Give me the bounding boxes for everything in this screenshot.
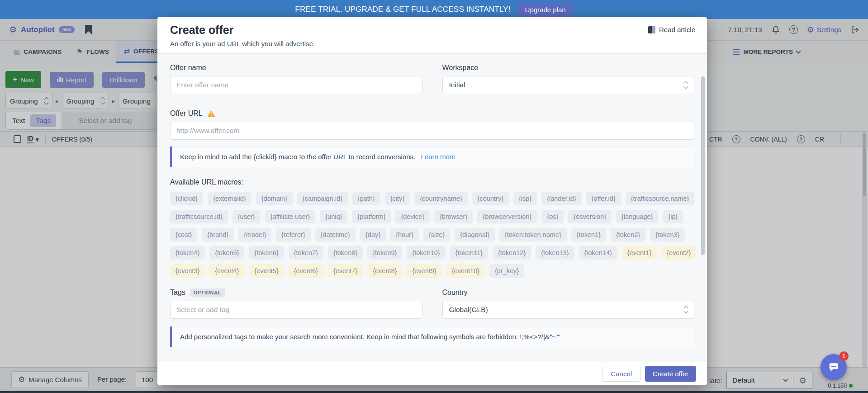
macro-pill[interactable]: {event4} — [209, 264, 244, 278]
macro-pill[interactable]: {externalid} — [208, 192, 251, 205]
macro-pill[interactable]: {event1} — [622, 246, 657, 260]
macro-pill[interactable]: {uniq} — [320, 210, 347, 223]
macro-pill[interactable]: {token14} — [579, 246, 617, 260]
macro-pill[interactable]: {campaign.id} — [297, 192, 348, 205]
macro-pill[interactable]: {os} — [541, 210, 564, 223]
book-icon — [648, 26, 655, 33]
macro-row: {cost}{brand}{model}{referer}{datetime}{… — [170, 228, 694, 241]
macro-pill[interactable]: {isp} — [513, 192, 537, 205]
modal-subtitle: An offer is your ad URL which you will a… — [170, 40, 694, 47]
macros-list: {clickid}{externalid}{domain}{campaign.i… — [170, 192, 694, 278]
macro-pill[interactable]: {event2} — [661, 246, 696, 260]
macro-pill[interactable]: {pr_key} — [489, 264, 524, 278]
macro-pill[interactable]: {user} — [232, 210, 261, 223]
macros-section-label: Available URL macros: — [170, 178, 694, 186]
macro-pill[interactable]: {token4} — [170, 246, 205, 260]
tags-note-text: Add personalized tags to make your searc… — [180, 333, 560, 341]
macro-pill[interactable]: {event3} — [170, 264, 205, 278]
macro-pill[interactable]: {platform} — [352, 210, 391, 223]
trial-banner: FREE TRIAL. UPGRADE & GET FULL ACCESS IN… — [0, 0, 868, 19]
macro-pill[interactable]: {token7} — [289, 246, 323, 260]
tags-note: Add personalized tags to make your searc… — [170, 326, 694, 347]
macro-pill[interactable]: {event8} — [367, 264, 402, 278]
macro-pill[interactable]: {path} — [352, 192, 380, 205]
create-offer-modal: Create offer An offer is your ad URL whi… — [157, 17, 707, 385]
macro-pill[interactable]: {clickid} — [170, 192, 203, 205]
macro-pill[interactable]: {model} — [238, 228, 271, 241]
macro-pill[interactable]: {domain} — [256, 192, 293, 205]
macro-pill[interactable]: {browserversion} — [477, 210, 537, 223]
create-offer-button[interactable]: Create offer — [645, 366, 696, 382]
macro-pill[interactable]: {affiliate.user} — [265, 210, 316, 223]
macro-pill[interactable]: {token6} — [249, 246, 284, 260]
learn-more-link[interactable]: Learn more — [421, 153, 455, 161]
macro-pill[interactable]: {token:token name} — [499, 228, 567, 241]
macro-pill[interactable]: {diagonal} — [455, 228, 495, 241]
macro-pill[interactable]: {token3} — [650, 228, 685, 241]
macro-row: {clickid}{externalid}{domain}{campaign.i… — [170, 192, 694, 205]
macro-pill[interactable]: {size} — [423, 228, 450, 241]
macro-pill[interactable]: {token11} — [450, 246, 488, 260]
macro-pill[interactable]: {event6} — [289, 264, 323, 278]
tags-label-row: Tags OPTIONAL — [170, 289, 422, 297]
tags-input[interactable] — [170, 301, 422, 319]
modal-header: Create offer An offer is your ad URL whi… — [157, 17, 707, 54]
workspace-value: Initial — [449, 81, 465, 89]
read-article-link[interactable]: Read article — [648, 26, 695, 33]
macro-pill[interactable]: {countryname} — [414, 192, 468, 205]
macro-pill[interactable]: {lander.id} — [541, 192, 582, 205]
macro-pill[interactable]: {trafficsource.name} — [626, 192, 695, 205]
macro-pill[interactable]: {trafficsource.id} — [170, 210, 228, 223]
warning-icon — [207, 110, 215, 117]
chat-unread-badge: 1 — [839, 351, 849, 361]
macro-pill[interactable]: {token10} — [407, 246, 445, 260]
macro-pill[interactable]: {osversion} — [568, 210, 612, 223]
macro-pill[interactable]: {referer} — [276, 228, 310, 241]
country-value: Global(GLB) — [449, 306, 488, 314]
macro-row: {event3}{event4}{event5}{event6}{event7}… — [170, 264, 694, 278]
macro-pill[interactable]: {token13} — [536, 246, 574, 260]
macro-row: {trafficsource.id}{user}{affiliate.user}… — [170, 210, 694, 223]
macro-pill[interactable]: {token1} — [571, 228, 606, 241]
country-select[interactable]: Global(GLB) — [442, 301, 695, 319]
macro-pill[interactable]: {token5} — [209, 246, 244, 260]
updown-chevron-icon — [684, 307, 688, 313]
upgrade-plan-button[interactable]: Upgrade plan — [518, 3, 573, 17]
optional-badge: OPTIONAL — [190, 289, 225, 297]
macro-pill[interactable]: {event10} — [446, 264, 485, 278]
macro-pill[interactable]: {offer.id} — [586, 192, 621, 205]
macro-pill[interactable]: {token12} — [493, 246, 531, 260]
updown-chevron-icon — [684, 82, 688, 88]
modal-body: Offer name Workspace Initial Offer URL K… — [157, 54, 707, 362]
macro-pill[interactable]: {event9} — [407, 264, 441, 278]
offer-name-label: Offer name — [170, 64, 422, 72]
macro-row: {token4}{token5}{token6}{token7}{token8}… — [170, 246, 694, 260]
offer-url-input[interactable] — [170, 122, 694, 140]
workspace-label: Workspace — [442, 64, 695, 72]
macro-pill[interactable]: {cost} — [170, 228, 197, 241]
macro-pill[interactable]: {event7} — [328, 264, 363, 278]
modal-title: Create offer — [170, 24, 694, 37]
macro-pill[interactable]: {ip} — [663, 210, 683, 223]
macro-pill[interactable]: {token8} — [328, 246, 363, 260]
modal-scrollbar-thumb[interactable] — [701, 76, 705, 255]
cancel-button[interactable]: Cancel — [602, 366, 640, 382]
macro-pill[interactable]: {brand} — [202, 228, 234, 241]
clickid-note: Keep in mind to add the {clickid} macro … — [170, 146, 694, 167]
country-label: Country — [442, 289, 695, 297]
macro-pill[interactable]: {language} — [616, 210, 658, 223]
macro-pill[interactable]: {hour} — [390, 228, 419, 241]
support-chat-button[interactable]: 1 — [821, 354, 847, 380]
macro-pill[interactable]: {token9} — [367, 246, 402, 260]
offer-name-input[interactable] — [170, 76, 422, 94]
macro-pill[interactable]: {token2} — [611, 228, 645, 241]
offer-url-label-row: Offer URL — [170, 109, 694, 118]
workspace-select[interactable]: Initial — [442, 76, 695, 94]
macro-pill[interactable]: {day} — [360, 228, 386, 241]
macro-pill[interactable]: {device} — [395, 210, 430, 223]
macro-pill[interactable]: {datetime} — [315, 228, 356, 241]
macro-pill[interactable]: {city} — [385, 192, 410, 205]
macro-pill[interactable]: {country} — [472, 192, 509, 205]
macro-pill[interactable]: {event5} — [249, 264, 284, 278]
macro-pill[interactable]: {browser} — [434, 210, 473, 223]
